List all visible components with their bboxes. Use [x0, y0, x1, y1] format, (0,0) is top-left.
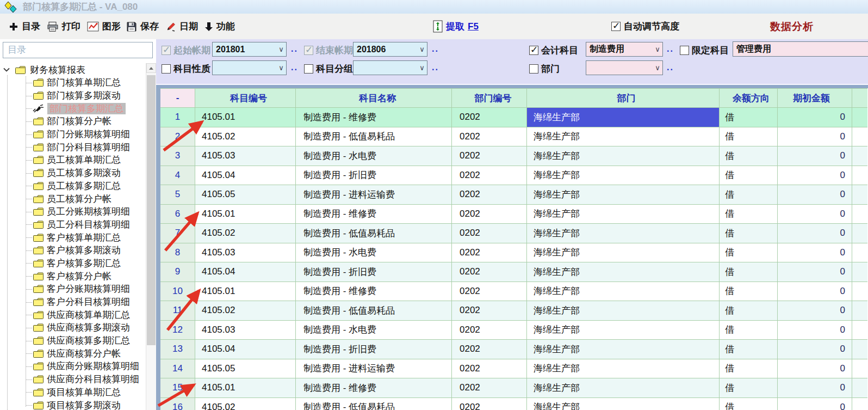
table-cell[interactable]: 借: [720, 146, 778, 166]
table-cell[interactable]: 海绵生产部: [527, 127, 720, 147]
tree-item[interactable]: 员工核算多期汇总: [0, 180, 146, 193]
table-cell[interactable]: 制造费用 - 维修费: [296, 282, 452, 302]
row-number-cell[interactable]: 14: [160, 359, 195, 379]
table-cell[interactable]: 海绵生产部: [527, 282, 720, 302]
table-cell[interactable]: [852, 108, 867, 127]
window-titlebar[interactable]: 部门核算多期汇总 - VA_080: [0, 0, 868, 14]
row-number-cell[interactable]: 7: [160, 224, 195, 243]
table-cell[interactable]: 0: [778, 127, 852, 147]
tree-item[interactable]: 供应商核算多期滚动: [0, 321, 146, 334]
table-cell[interactable]: 0202: [452, 262, 527, 282]
table-cell[interactable]: 制造费用 - 维修费: [296, 108, 452, 127]
table-cell[interactable]: 制造费用 - 维修费: [296, 378, 452, 398]
tree-scrollbar[interactable]: [146, 63, 156, 410]
account-subject-browse[interactable]: ..: [667, 44, 674, 54]
table-cell[interactable]: 借: [720, 166, 778, 186]
tree-item[interactable]: 供应商分账期核算明细: [0, 360, 146, 373]
table-cell[interactable]: 借: [720, 205, 778, 224]
table-row[interactable]: 114105.02制造费用 - 低值易耗品0202海绵生产部借0: [160, 301, 868, 321]
end-period-browse[interactable]: ..: [432, 44, 439, 54]
column-header[interactable]: [852, 88, 867, 108]
auto-height-checkbox[interactable]: [611, 22, 621, 31]
table-cell[interactable]: [852, 359, 867, 379]
tree-item[interactable]: 员工核算多期滚动: [0, 167, 146, 180]
table-row[interactable]: 14105.01制造费用 - 维修费0202海绵生产部借0: [160, 108, 868, 127]
scrollbar-thumb[interactable]: [147, 75, 156, 345]
table-cell[interactable]: [852, 185, 867, 205]
table-row[interactable]: 54105.05制造费用 - 进料运输费0202海绵生产部借0: [160, 185, 868, 205]
account-subject-select[interactable]: 制造费用 ∨: [586, 42, 663, 57]
row-number-cell[interactable]: 3: [160, 146, 195, 166]
table-cell[interactable]: 制造费用 - 低值易耗品: [296, 301, 452, 321]
tree-item[interactable]: 部门核算单期汇总: [0, 76, 146, 89]
table-cell[interactable]: 借: [720, 301, 778, 321]
tree-item[interactable]: 供应商分科目核算明细: [0, 373, 146, 386]
table-row[interactable]: 124105.03制造费用 - 水电费0202海绵生产部借0: [160, 321, 868, 340]
scroll-up-button[interactable]: [146, 63, 156, 73]
table-cell[interactable]: 0: [778, 243, 852, 263]
table-cell[interactable]: 海绵生产部: [527, 185, 720, 205]
table-cell[interactable]: [852, 224, 867, 243]
table-cell[interactable]: 0202: [452, 340, 527, 359]
table-cell[interactable]: [852, 398, 867, 410]
table-cell[interactable]: [852, 205, 867, 224]
table-cell[interactable]: 海绵生产部: [527, 205, 720, 224]
table-cell[interactable]: 海绵生产部: [527, 262, 720, 282]
tree-item[interactable]: 部门分科目核算明细: [0, 140, 146, 154]
subject-group-select[interactable]: ∨: [353, 60, 427, 75]
table-cell[interactable]: 0: [778, 166, 852, 186]
table-cell[interactable]: 0: [778, 301, 852, 321]
row-number-cell[interactable]: 5: [160, 185, 195, 205]
column-header[interactable]: -: [160, 88, 195, 108]
tree-item[interactable]: 员工核算单期汇总: [0, 154, 146, 167]
tree-item[interactable]: 部门核算分户帐: [0, 115, 146, 128]
table-cell[interactable]: [852, 262, 867, 282]
table-cell[interactable]: 借: [720, 282, 778, 302]
row-number-cell[interactable]: 8: [160, 243, 195, 263]
end-period-checkbox[interactable]: [304, 46, 313, 55]
table-row[interactable]: 34105.03制造费用 - 水电费0202海绵生产部借0: [160, 146, 868, 166]
table-cell[interactable]: 4105.04: [195, 340, 296, 359]
start-period-select[interactable]: 201801 ∨: [212, 42, 287, 57]
table-cell[interactable]: 0202: [452, 282, 527, 302]
table-cell[interactable]: 0202: [452, 224, 527, 243]
tree-item[interactable]: 客户核算分户帐: [0, 270, 146, 283]
table-row[interactable]: 74105.02制造费用 - 低值易耗品0202海绵生产部借0: [160, 224, 868, 243]
table-cell[interactable]: 4105.02: [195, 127, 296, 147]
table-cell[interactable]: [852, 378, 867, 398]
table-cell[interactable]: 海绵生产部: [527, 321, 720, 340]
row-number-cell[interactable]: 6: [160, 205, 195, 224]
table-cell[interactable]: 0202: [452, 166, 527, 186]
subject-nature-browse[interactable]: ..: [291, 63, 298, 72]
table-cell[interactable]: 0202: [452, 127, 527, 147]
auto-height-toggle[interactable]: 自动调节高度: [611, 14, 679, 39]
table-cell[interactable]: 海绵生产部: [527, 224, 720, 243]
table-cell[interactable]: 0202: [452, 146, 527, 166]
column-header[interactable]: 期初金额: [778, 88, 852, 108]
tree-item[interactable]: 供应商核算分户帐: [0, 347, 146, 360]
table-cell[interactable]: 0: [778, 340, 852, 359]
tree-item[interactable]: 客户核算单期汇总: [0, 231, 146, 244]
table-cell[interactable]: 0202: [452, 378, 527, 398]
table-cell[interactable]: 制造费用 - 低值易耗品: [296, 224, 452, 243]
table-cell[interactable]: 0: [778, 398, 852, 410]
table-cell[interactable]: 4105.03: [195, 243, 296, 263]
department-browse[interactable]: ..: [667, 63, 674, 72]
table-cell[interactable]: 0202: [452, 398, 527, 410]
row-number-cell[interactable]: 4: [160, 166, 195, 186]
start-period-browse[interactable]: ..: [291, 44, 298, 54]
table-cell[interactable]: 0202: [452, 205, 527, 224]
table-cell[interactable]: 0202: [452, 301, 527, 321]
graph-button[interactable]: 图形: [87, 14, 121, 39]
column-header[interactable]: 部门: [527, 88, 720, 108]
table-cell[interactable]: 4105.03: [195, 146, 296, 166]
table-cell[interactable]: 0202: [452, 108, 527, 127]
tree-item[interactable]: 员工分科目核算明细: [0, 218, 146, 231]
row-number-cell[interactable]: 10: [160, 282, 195, 302]
table-row[interactable]: 134105.04制造费用 - 折旧费0202海绵生产部借0: [160, 340, 868, 359]
tree-item[interactable]: 供应商核算单期汇总: [0, 308, 146, 321]
table-cell[interactable]: 借: [720, 340, 778, 359]
table-cell[interactable]: 海绵生产部: [527, 378, 720, 398]
table-cell[interactable]: 借: [720, 378, 778, 398]
table-cell[interactable]: 0202: [452, 359, 527, 379]
